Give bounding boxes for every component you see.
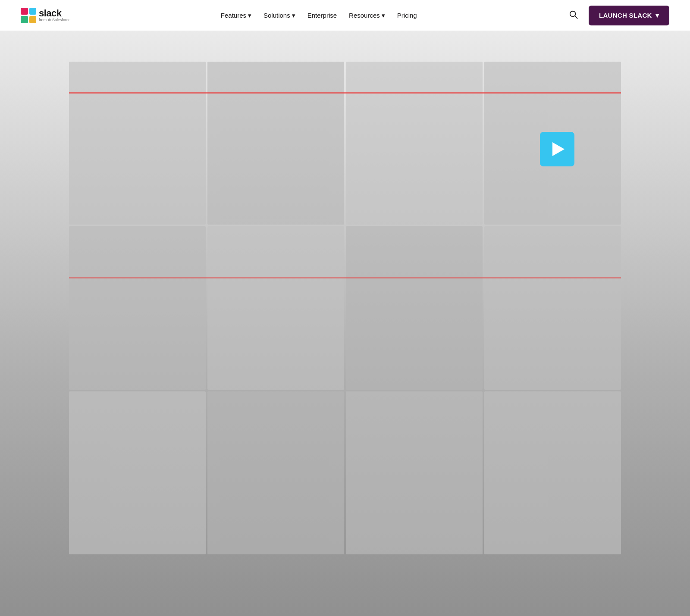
nav-features[interactable]: Features ▾: [221, 12, 251, 19]
search-button[interactable]: [567, 8, 580, 22]
stories-grid: STRÖER Expanding a media company's brand…: [21, 301, 669, 476]
chevron-down-icon: ▾: [656, 12, 659, 19]
logo-sq-green: [21, 16, 28, 23]
svg-point-0: [570, 11, 576, 17]
play-button[interactable]: [540, 132, 574, 166]
nav-right: LAUNCH SLACK ▾: [567, 6, 669, 25]
logo-text: slack from ⊕ Salesforce: [39, 9, 71, 22]
logo-slack-label: slack: [39, 9, 71, 18]
logo[interactable]: slack from ⊕ Salesforce: [21, 8, 71, 23]
nav-resources[interactable]: Resources ▾: [349, 12, 385, 19]
search-icon: [569, 10, 578, 19]
chevron-down-icon: ▾: [248, 12, 251, 19]
nav-links: Features ▾ Solutions ▾ Enterprise Resour…: [221, 12, 417, 19]
logo-sq-yellow: [29, 16, 37, 23]
logo-grid: [21, 8, 36, 23]
logo-sq-red: [21, 8, 28, 15]
svg-line-1: [575, 16, 577, 19]
nav-enterprise[interactable]: Enterprise: [307, 12, 337, 19]
nav-pricing[interactable]: Pricing: [397, 12, 417, 19]
logo-salesforce-label: from ⊕ Salesforce: [39, 18, 71, 22]
nav-solutions[interactable]: Solutions ▾: [263, 12, 295, 19]
chevron-down-icon: ▾: [382, 12, 385, 19]
play-icon: [552, 142, 565, 156]
story-card-ocado: ocado GROUP Technology pioneer Ocado Gro…: [467, 301, 669, 476]
ocado-image: [467, 301, 669, 405]
chevron-down-icon: ▾: [292, 12, 295, 19]
warehouse-grid: [467, 301, 621, 405]
main-nav: slack from ⊕ Salesforce Features ▾ Solut…: [0, 0, 690, 31]
stories-section: STRÖER Expanding a media company's brand…: [0, 267, 690, 502]
logo-sq-blue: [29, 8, 37, 15]
launch-slack-button[interactable]: LAUNCH SLACK ▾: [589, 6, 669, 25]
